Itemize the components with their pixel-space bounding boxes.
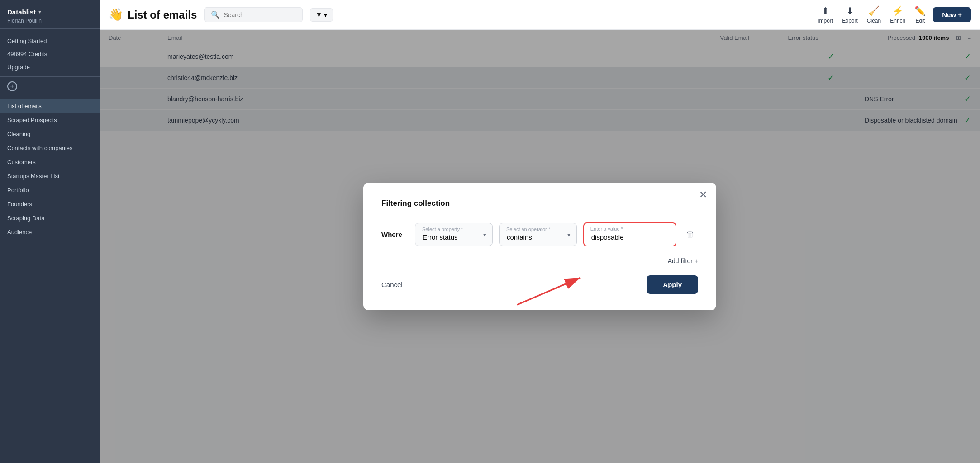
modal-close-button[interactable]: ✕ [699,190,707,200]
sidebar-link-credits[interactable]: 498994 Credits [0,47,100,61]
import-icon: ⬆ [822,5,829,16]
apply-button[interactable]: Apply [647,275,698,294]
sidebar-top-links: Getting Started 498994 Credits Upgrade [0,29,100,77]
value-input-wrapper: Enter a value * [583,222,676,246]
sidebar-item-contacts[interactable]: Contacts with companies [0,141,100,155]
sidebar-item-founders[interactable]: Founders [0,197,100,211]
operator-select-wrapper: Select an operator * contains equals not… [499,223,577,246]
sidebar-item-scraping-data[interactable]: Scraping Data [0,211,100,225]
sidebar-brand[interactable]: Datablist ▾ [7,8,92,16]
add-collection-button[interactable]: + [0,77,100,96]
filter-row: Where Select a property * Error status E… [381,222,698,246]
modal-footer: Cancel Apply [381,275,698,294]
chevron-down-icon: ▾ [38,9,41,15]
sidebar-item-scraped-prospects[interactable]: Scraped Prospects [0,113,100,127]
sidebar: Datablist ▾ Florian Poullin Getting Star… [0,0,100,463]
import-action[interactable]: ⬆ Import [818,5,833,24]
filter-icon: ⛛ [316,11,322,19]
filtering-modal: ✕ Filtering collection Where Select a pr… [363,183,716,310]
value-input[interactable] [583,222,676,246]
cancel-button[interactable]: Cancel [381,281,403,288]
sidebar-item-audience[interactable]: Audience [0,225,100,239]
plus-circle-icon: + [7,81,17,91]
add-filter-button[interactable]: Add filter + [668,257,698,265]
sidebar-item-list-of-emails[interactable]: List of emails [0,99,100,113]
edit-action[interactable]: ✏️ Edit [914,5,926,24]
page-title: List of emails [128,9,197,21]
toolbar: 👋 List of emails 🔍 ⛛ ▾ ⬆ Import ⬇ Export… [100,0,980,30]
title-emoji: 👋 [109,8,123,22]
sidebar-item-customers[interactable]: Customers [0,155,100,169]
export-action[interactable]: ⬇ Export [842,5,858,24]
toolbar-actions: ⬆ Import ⬇ Export 🧹 Clean ⚡ Enrich ✏️ Ed… [818,5,926,24]
property-select[interactable]: Error status Email Valid Email [415,223,493,246]
property-select-wrapper: Select a property * Error status Email V… [415,223,493,246]
modal-title: Filtering collection [381,199,698,208]
sidebar-item-cleaning[interactable]: Cleaning [0,127,100,141]
sidebar-items-list: List of emails Scraped Prospects Cleanin… [0,96,100,463]
sidebar-brand-label: Datablist [7,8,36,16]
sidebar-item-startups[interactable]: Startups Master List [0,169,100,183]
table-area: Date Email Valid Email Error status Proc… [100,30,980,463]
enrich-icon: ⚡ [892,5,904,16]
modal-overlay: ✕ Filtering collection Where Select a pr… [100,30,980,463]
clean-action[interactable]: 🧹 Clean [867,5,881,24]
clean-icon: 🧹 [868,5,880,16]
export-icon: ⬇ [846,5,854,16]
sidebar-link-getting-started[interactable]: Getting Started [0,34,100,47]
enrich-action[interactable]: ⚡ Enrich [890,5,905,24]
clean-label: Clean [867,18,881,24]
search-input[interactable] [224,11,296,19]
search-box[interactable]: 🔍 [204,7,303,22]
export-label: Export [842,18,858,24]
sidebar-link-upgrade[interactable]: Upgrade [0,61,100,74]
import-label: Import [818,18,833,24]
search-icon: 🔍 [211,10,220,19]
edit-label: Edit [915,18,925,24]
add-filter-row: Add filter + [381,257,698,265]
main-content: 👋 List of emails 🔍 ⛛ ▾ ⬆ Import ⬇ Export… [100,0,980,463]
where-label: Where [381,231,409,238]
sidebar-user: Florian Poullin [7,18,92,24]
delete-filter-button[interactable]: 🗑 [683,226,698,243]
filter-button[interactable]: ⛛ ▾ [310,8,333,22]
operator-select[interactable]: contains equals not contains [499,223,577,246]
new-button[interactable]: New + [933,7,971,22]
toolbar-title-area: 👋 List of emails [109,8,197,22]
sidebar-header: Datablist ▾ Florian Poullin [0,0,100,29]
enrich-label: Enrich [890,18,905,24]
sidebar-item-portfolio[interactable]: Portfolio [0,183,100,197]
edit-icon: ✏️ [914,5,926,16]
filter-chevron-icon: ▾ [324,11,327,19]
